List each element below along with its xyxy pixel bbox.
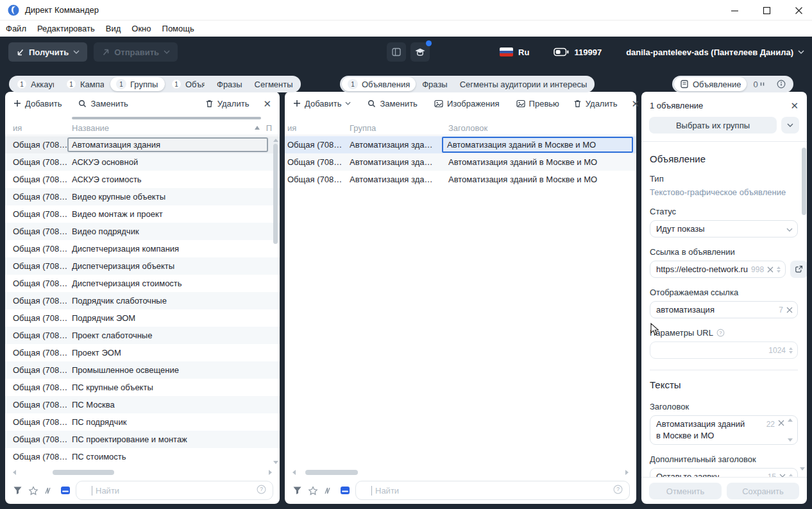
save-button[interactable]: Сохранить [727,483,799,499]
tab-ad-inspector[interactable]: Объявление [674,77,747,91]
clear-icon[interactable] [778,420,784,426]
extra-headline-input[interactable]: Оставьте заявку 15 [650,468,798,477]
favorites-star-icon[interactable] [307,485,319,496]
url-params-input[interactable]: 1024 [650,341,798,359]
minimize-button[interactable] [730,6,739,14]
close-panel-button[interactable]: ✕ [263,99,271,108]
column-campaign[interactable]: ия [287,123,350,133]
close-button[interactable] [794,6,803,14]
vertical-scrollbar[interactable] [273,136,278,467]
tab-segments[interactable]: Сегменты [249,77,299,91]
tab-accounts[interactable]: 1Аккаун [11,77,60,91]
saved-filter-icon[interactable] [339,485,351,496]
column-name[interactable]: Название [72,123,109,133]
filter-funnel-icon[interactable] [12,485,23,496]
tab-campaigns[interactable]: 1Кампа [60,77,110,91]
close-panel-button[interactable]: ✕ [631,99,639,108]
headline-textarea[interactable]: Автоматизация зданий в Москве и МО 22 [650,415,798,445]
horizontal-scrollbar-bottom[interactable] [10,469,275,476]
table-row[interactable]: Общая (708… ПС Москва [5,396,280,413]
search-input[interactable]: Найти ? [76,481,273,500]
table-row[interactable]: Общая (708… АСКУЭ стоимость [5,171,280,188]
tab-info[interactable] [771,77,791,91]
table-row[interactable]: Общая (708… Подрядчик слаботочные [5,292,280,309]
tab-audience-segments[interactable]: Сегменты аудитории и интересы [454,77,593,91]
open-link-button[interactable] [790,261,807,278]
status-select[interactable]: Идут показы [650,220,798,237]
match-arrows-icon[interactable] [323,485,335,496]
scroll-down-icon[interactable] [800,467,805,470]
get-button[interactable]: Получить [8,42,87,62]
match-arrows-icon[interactable] [44,485,55,496]
delete-button[interactable]: Удалить [573,99,618,108]
stepper-icon[interactable] [777,266,781,273]
table-row[interactable]: Общая (708… ПС стоимость [5,448,280,465]
account-menu[interactable]: danila-panteleev-ads (Пантелеев Данила) [626,47,804,57]
clear-icon[interactable] [786,307,793,313]
help-icon[interactable]: ? [613,485,623,496]
column-campaign[interactable]: ия [13,123,72,133]
close-inspector-button[interactable]: ✕ [790,101,799,110]
select-groups-chevron-button[interactable] [781,117,799,134]
search-input[interactable]: Найти ? [355,481,630,500]
replace-button[interactable]: Заменить [368,99,417,108]
table-row[interactable]: Общая (708… Подрядчик ЭОМ [5,309,280,327]
maximize-button[interactable] [762,6,771,14]
table-row[interactable]: Общая (708… Видео монтаж и проект [5,205,280,223]
column-title[interactable]: Заголовок [447,123,634,133]
table-row[interactable]: Общая (708… ПС подрядчик [5,413,280,431]
table-row[interactable]: Общая (708… ПС крупные объекты [5,379,280,396]
replace-button[interactable]: Заменить [78,99,128,108]
help-icon[interactable]: ? [716,329,725,337]
select-groups-button[interactable]: Выбрать их группы [649,117,777,134]
tab-ads-list[interactable]: 1Объявления [342,77,416,91]
table-row[interactable]: Общая (708… Автоматизация зда… Автоматиз… [285,171,636,188]
column-next[interactable]: П [266,123,272,133]
table-row[interactable]: Общая (708… Автоматизация здания [5,136,280,153]
table-row[interactable]: Общая (708… Промышленное освещение [5,361,280,379]
column-group[interactable]: Группа [350,123,447,133]
tab-phrases-list[interactable]: Фразы [416,77,453,91]
table-row[interactable]: Общая (708… Проект ЭОМ [5,344,280,361]
preview-button[interactable]: Превью [516,99,559,108]
language-switcher[interactable]: Ru [500,47,529,57]
table-row[interactable]: Общая (708… Диспетчеризация компания [5,240,280,257]
delete-button[interactable]: Удалить [205,99,250,108]
display-link-input[interactable]: автоматизация 7 [650,301,798,318]
link-input[interactable]: https://electro-network.ru 998 [650,261,786,278]
layout-columns-button[interactable] [387,42,406,62]
table-row[interactable]: Общая (708… Проект слаботочные [5,327,280,344]
table-row[interactable]: Общая (708… Видео подрядчик [5,223,280,240]
table-row[interactable]: Общая (708… Диспетчеризация объекты [5,257,280,275]
stepper-icon[interactable] [789,347,793,354]
learning-button[interactable] [410,42,430,62]
clear-icon[interactable] [767,266,774,273]
units-indicator[interactable]: 119997 [554,47,602,57]
table-row[interactable]: Общая (708… Автоматизация зда… Автоматиз… [285,153,636,171]
saved-filter-icon[interactable] [60,485,71,496]
menu-file[interactable]: Файл [6,24,26,33]
table-row[interactable]: Общая (708… Диспетчеризация стоимость [5,275,280,292]
table-row[interactable]: Общая (708… ПС проектирование и монтаж [5,431,280,448]
images-button[interactable]: Изображения [434,99,500,108]
menu-view[interactable]: Вид [106,24,121,33]
stepper-icon[interactable] [788,418,793,442]
help-icon[interactable]: ? [257,485,266,496]
horizontal-scrollbar-top[interactable] [72,117,261,119]
menu-help[interactable]: Помощь [162,24,194,33]
horizontal-scrollbar-bottom[interactable] [290,469,631,476]
table-row[interactable]: Общая (708… АСКУЭ основной [5,153,280,171]
table-row[interactable]: Общая (708… Автоматизация зда… Автоматиз… [285,136,636,153]
menu-edit[interactable]: Редактировать [37,24,95,33]
table-row[interactable]: Общая (708… Видео крупные объекты [5,188,280,205]
tab-history[interactable]: 0 [747,77,770,91]
add-button[interactable]: Добавить [293,99,351,108]
add-button[interactable]: Добавить [13,99,62,108]
cancel-button[interactable]: Отменить [649,483,722,499]
tab-groups[interactable]: 1Группы [110,77,165,91]
tab-phrases[interactable]: Фразы [211,77,248,91]
favorites-star-icon[interactable] [28,485,39,496]
filter-funnel-icon[interactable] [291,485,303,496]
send-button[interactable]: Отправить [94,42,178,62]
menu-window[interactable]: Окно [131,24,151,33]
